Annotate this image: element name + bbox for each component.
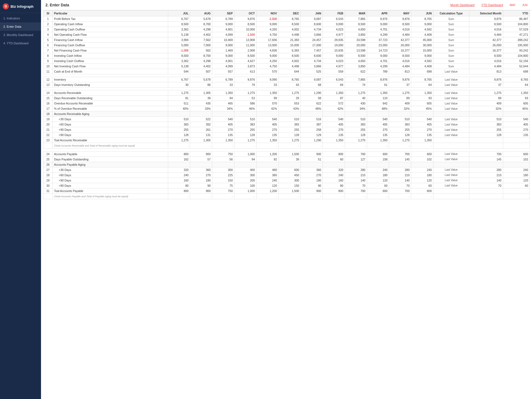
row-val-0[interactable]: 510 <box>168 117 190 122</box>
row-val-5[interactable]: 21,383 <box>278 37 301 43</box>
row-val-4[interactable]: 13,000 <box>256 43 278 48</box>
row-val-0[interactable]: 5,000 <box>168 43 190 48</box>
row-val-4[interactable]: 480 <box>256 167 278 172</box>
row-val-4[interactable]: 270 <box>256 127 278 132</box>
row-val-9[interactable] <box>367 162 389 167</box>
row-val-0[interactable]: 800 <box>168 188 190 193</box>
row-val-10[interactable]: 700 <box>389 151 411 157</box>
row-val-6[interactable]: 270 <box>301 172 323 178</box>
row-val-7[interactable]: 800 <box>323 151 345 157</box>
row-val-8[interactable]: 140 <box>345 178 367 183</box>
row-val-4[interactable]: 1,200 <box>256 188 278 193</box>
row-val-3[interactable]: 1,000 <box>234 188 256 193</box>
row-val-6[interactable]: 8,600 <box>301 22 323 27</box>
row-val-1[interactable]: 39 <box>190 96 212 101</box>
row-val-2[interactable]: 4,099 <box>212 64 234 69</box>
row-val-7[interactable]: 10,935 <box>323 48 345 53</box>
row-val-8[interactable]: 13,598 <box>345 48 367 53</box>
row-val-4[interactable]: 9,000 <box>256 53 278 58</box>
row-val-4[interactable]: 570 <box>256 101 278 106</box>
row-val-11[interactable]: 8,765 <box>411 77 433 82</box>
row-val-0[interactable]: 40% <box>168 106 190 111</box>
row-val-7[interactable]: 4,023 <box>323 27 345 32</box>
row-val-4[interactable]: 17,836 <box>256 37 278 43</box>
row-val-1[interactable]: 57 <box>190 157 212 162</box>
row-val-5[interactable] <box>278 162 301 167</box>
row-val-6[interactable]: 24,457 <box>301 37 323 43</box>
row-val-0[interactable]: 544 <box>168 69 190 74</box>
row-val-2[interactable]: 4,901 <box>212 58 234 64</box>
row-val-6[interactable]: 17,000 <box>301 43 323 48</box>
row-val-11[interactable]: 45,000 <box>411 37 433 43</box>
row-val-3[interactable]: 300 <box>234 172 256 178</box>
row-val-8[interactable]: 700 <box>345 188 367 193</box>
row-val-7[interactable]: 240 <box>323 172 345 178</box>
row-val-3[interactable]: 100 <box>234 183 256 188</box>
row-val-10[interactable]: 32% <box>389 106 411 111</box>
row-val-3[interactable]: 383 <box>234 122 256 127</box>
row-val-5[interactable]: 383 <box>278 122 301 127</box>
row-val-10[interactable]: 26,000 <box>389 43 411 48</box>
row-val-1[interactable]: 900 <box>190 151 212 157</box>
row-val-11[interactable]: 4,592 <box>411 58 433 64</box>
row-val-1[interactable]: 507 <box>190 69 212 74</box>
row-val-2[interactable]: 540 <box>212 117 234 122</box>
row-val-6[interactable]: 900 <box>301 188 323 193</box>
row-val-11[interactable]: 600 <box>411 188 433 193</box>
row-val-0[interactable]: 511 <box>168 101 190 106</box>
row-val-6[interactable]: 525 <box>301 69 323 74</box>
row-val-9[interactable]: 789 <box>367 69 389 74</box>
row-val-6[interactable]: 516 <box>301 117 323 122</box>
row-val-1[interactable]: 8,700 <box>190 53 212 58</box>
row-val-2[interactable]: 1,350 <box>212 90 234 96</box>
row-val-6[interactable]: 9,087 <box>301 77 323 82</box>
row-val-6[interactable] <box>301 111 323 117</box>
row-val-1[interactable]: 180 <box>190 178 212 183</box>
row-val-11[interactable]: 540 <box>411 117 433 122</box>
row-val-4[interactable]: 4,750 <box>256 32 278 37</box>
row-val-7[interactable]: 80 <box>323 183 345 188</box>
row-val-5[interactable]: 4,002 <box>278 27 301 32</box>
row-val-5[interactable] <box>278 111 301 117</box>
row-val-9[interactable]: 23,000 <box>367 43 389 48</box>
row-val-1[interactable]: 4,298 <box>190 27 212 32</box>
row-val-7[interactable]: 9,000 <box>323 22 345 27</box>
row-val-9[interactable]: 9,000 <box>367 22 389 27</box>
row-val-9[interactable]: 14,723 <box>367 48 389 53</box>
row-val-6[interactable]: 9,087 <box>301 16 323 22</box>
row-val-4[interactable]: 1,350 <box>256 138 278 143</box>
row-val-9[interactable]: 600 <box>367 188 389 193</box>
row-val-1[interactable]: 1,305 <box>190 138 212 143</box>
row-val-10[interactable]: 409 <box>389 101 411 106</box>
row-val-5[interactable]: 1,500 <box>278 188 301 193</box>
row-val-9[interactable]: 240 <box>367 167 389 172</box>
row-val-3[interactable]: -1,500 <box>234 32 256 37</box>
row-val-9[interactable]: 1,350 <box>367 138 389 143</box>
row-val-0[interactable]: 320 <box>168 167 190 172</box>
row-val-7[interactable]: 9,000 <box>323 53 345 58</box>
row-val-3[interactable]: 9,876 <box>234 16 256 22</box>
row-val-2[interactable]: 75 <box>212 183 234 188</box>
row-val-11[interactable]: 93 <box>411 96 433 101</box>
row-val-11[interactable]: 30,000 <box>411 43 433 48</box>
row-val-2[interactable]: 750 <box>212 188 234 193</box>
row-val-5[interactable]: 8,765 <box>278 77 301 82</box>
row-val-3[interactable]: 255 <box>234 127 256 132</box>
row-val-8[interactable]: 128 <box>345 132 367 138</box>
sidebar-item-indicators[interactable]: 1. Indicators <box>0 14 41 22</box>
row-val-8[interactable]: 4,650 <box>345 27 367 32</box>
row-val-6[interactable]: 360 <box>301 167 323 172</box>
row-val-3[interactable]: 11,000 <box>234 43 256 48</box>
row-val-0[interactable] <box>168 111 190 117</box>
row-val-4[interactable]: 540 <box>256 117 278 122</box>
row-val-1[interactable]: 900 <box>190 188 212 193</box>
row-val-1[interactable]: 131 <box>190 132 212 138</box>
row-val-4[interactable] <box>256 162 278 167</box>
row-val-9[interactable]: 4,299 <box>367 64 389 69</box>
row-val-10[interactable]: 255 <box>389 127 411 132</box>
row-val-9[interactable]: 270 <box>367 127 389 132</box>
row-val-3[interactable]: 9,876 <box>234 77 256 82</box>
row-val-1[interactable]: 1,305 <box>190 90 212 96</box>
row-val-10[interactable]: 42,377 <box>389 37 411 43</box>
row-val-5[interactable]: 43 <box>278 82 301 88</box>
